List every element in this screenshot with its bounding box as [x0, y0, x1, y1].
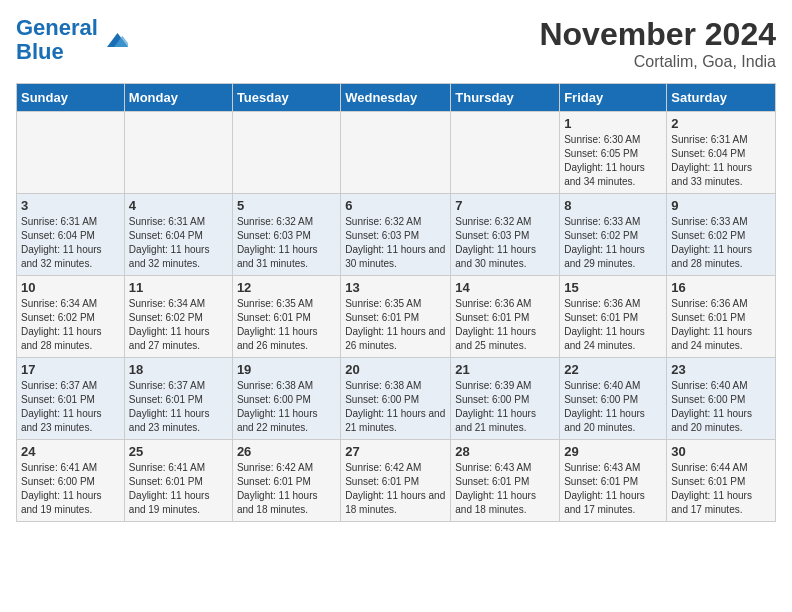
- column-header-wednesday: Wednesday: [341, 84, 451, 112]
- day-number: 23: [671, 362, 771, 377]
- day-number: 20: [345, 362, 446, 377]
- calendar-cell: [124, 112, 232, 194]
- day-number: 9: [671, 198, 771, 213]
- day-info: Sunrise: 6:35 AM Sunset: 6:01 PM Dayligh…: [237, 297, 336, 353]
- day-number: 26: [237, 444, 336, 459]
- calendar-week-1: 1Sunrise: 6:30 AM Sunset: 6:05 PM Daylig…: [17, 112, 776, 194]
- calendar-cell: 2Sunrise: 6:31 AM Sunset: 6:04 PM Daylig…: [667, 112, 776, 194]
- day-number: 10: [21, 280, 120, 295]
- day-info: Sunrise: 6:32 AM Sunset: 6:03 PM Dayligh…: [455, 215, 555, 271]
- day-info: Sunrise: 6:37 AM Sunset: 6:01 PM Dayligh…: [21, 379, 120, 435]
- day-info: Sunrise: 6:43 AM Sunset: 6:01 PM Dayligh…: [564, 461, 662, 517]
- column-header-friday: Friday: [560, 84, 667, 112]
- calendar-cell: 16Sunrise: 6:36 AM Sunset: 6:01 PM Dayli…: [667, 276, 776, 358]
- calendar-cell: 10Sunrise: 6:34 AM Sunset: 6:02 PM Dayli…: [17, 276, 125, 358]
- calendar-cell: 15Sunrise: 6:36 AM Sunset: 6:01 PM Dayli…: [560, 276, 667, 358]
- day-info: Sunrise: 6:33 AM Sunset: 6:02 PM Dayligh…: [564, 215, 662, 271]
- column-header-saturday: Saturday: [667, 84, 776, 112]
- page-title: November 2024: [539, 16, 776, 53]
- day-number: 18: [129, 362, 228, 377]
- day-number: 6: [345, 198, 446, 213]
- calendar-cell: 12Sunrise: 6:35 AM Sunset: 6:01 PM Dayli…: [232, 276, 340, 358]
- calendar-week-2: 3Sunrise: 6:31 AM Sunset: 6:04 PM Daylig…: [17, 194, 776, 276]
- day-number: 7: [455, 198, 555, 213]
- calendar-table: SundayMondayTuesdayWednesdayThursdayFrid…: [16, 83, 776, 522]
- day-number: 13: [345, 280, 446, 295]
- day-number: 12: [237, 280, 336, 295]
- day-info: Sunrise: 6:42 AM Sunset: 6:01 PM Dayligh…: [237, 461, 336, 517]
- calendar-cell: [451, 112, 560, 194]
- logo-icon: [100, 26, 128, 54]
- page-subtitle: Cortalim, Goa, India: [539, 53, 776, 71]
- calendar-cell: 24Sunrise: 6:41 AM Sunset: 6:00 PM Dayli…: [17, 440, 125, 522]
- calendar-cell: 5Sunrise: 6:32 AM Sunset: 6:03 PM Daylig…: [232, 194, 340, 276]
- calendar-cell: 28Sunrise: 6:43 AM Sunset: 6:01 PM Dayli…: [451, 440, 560, 522]
- day-info: Sunrise: 6:31 AM Sunset: 6:04 PM Dayligh…: [129, 215, 228, 271]
- day-number: 5: [237, 198, 336, 213]
- day-number: 24: [21, 444, 120, 459]
- title-block: November 2024 Cortalim, Goa, India: [539, 16, 776, 71]
- calendar-cell: 11Sunrise: 6:34 AM Sunset: 6:02 PM Dayli…: [124, 276, 232, 358]
- calendar-cell: 29Sunrise: 6:43 AM Sunset: 6:01 PM Dayli…: [560, 440, 667, 522]
- calendar-cell: 20Sunrise: 6:38 AM Sunset: 6:00 PM Dayli…: [341, 358, 451, 440]
- calendar-cell: 22Sunrise: 6:40 AM Sunset: 6:00 PM Dayli…: [560, 358, 667, 440]
- header-row: SundayMondayTuesdayWednesdayThursdayFrid…: [17, 84, 776, 112]
- day-info: Sunrise: 6:35 AM Sunset: 6:01 PM Dayligh…: [345, 297, 446, 353]
- day-info: Sunrise: 6:31 AM Sunset: 6:04 PM Dayligh…: [21, 215, 120, 271]
- day-number: 4: [129, 198, 228, 213]
- day-info: Sunrise: 6:36 AM Sunset: 6:01 PM Dayligh…: [455, 297, 555, 353]
- calendar-cell: 18Sunrise: 6:37 AM Sunset: 6:01 PM Dayli…: [124, 358, 232, 440]
- day-info: Sunrise: 6:42 AM Sunset: 6:01 PM Dayligh…: [345, 461, 446, 517]
- calendar-cell: 27Sunrise: 6:42 AM Sunset: 6:01 PM Dayli…: [341, 440, 451, 522]
- day-number: 15: [564, 280, 662, 295]
- day-number: 8: [564, 198, 662, 213]
- calendar-cell: 25Sunrise: 6:41 AM Sunset: 6:01 PM Dayli…: [124, 440, 232, 522]
- day-number: 28: [455, 444, 555, 459]
- calendar-cell: 6Sunrise: 6:32 AM Sunset: 6:03 PM Daylig…: [341, 194, 451, 276]
- logo: General Blue: [16, 16, 128, 64]
- header: General Blue November 2024 Cortalim, Goa…: [16, 16, 776, 71]
- day-number: 17: [21, 362, 120, 377]
- day-info: Sunrise: 6:34 AM Sunset: 6:02 PM Dayligh…: [21, 297, 120, 353]
- calendar-cell: 3Sunrise: 6:31 AM Sunset: 6:04 PM Daylig…: [17, 194, 125, 276]
- day-number: 16: [671, 280, 771, 295]
- calendar-cell: 9Sunrise: 6:33 AM Sunset: 6:02 PM Daylig…: [667, 194, 776, 276]
- calendar-cell: 8Sunrise: 6:33 AM Sunset: 6:02 PM Daylig…: [560, 194, 667, 276]
- day-number: 30: [671, 444, 771, 459]
- calendar-cell: [341, 112, 451, 194]
- column-header-monday: Monday: [124, 84, 232, 112]
- day-info: Sunrise: 6:44 AM Sunset: 6:01 PM Dayligh…: [671, 461, 771, 517]
- day-info: Sunrise: 6:36 AM Sunset: 6:01 PM Dayligh…: [564, 297, 662, 353]
- calendar-cell: 19Sunrise: 6:38 AM Sunset: 6:00 PM Dayli…: [232, 358, 340, 440]
- day-info: Sunrise: 6:41 AM Sunset: 6:01 PM Dayligh…: [129, 461, 228, 517]
- day-info: Sunrise: 6:32 AM Sunset: 6:03 PM Dayligh…: [345, 215, 446, 271]
- day-number: 22: [564, 362, 662, 377]
- day-info: Sunrise: 6:40 AM Sunset: 6:00 PM Dayligh…: [671, 379, 771, 435]
- day-info: Sunrise: 6:43 AM Sunset: 6:01 PM Dayligh…: [455, 461, 555, 517]
- day-info: Sunrise: 6:30 AM Sunset: 6:05 PM Dayligh…: [564, 133, 662, 189]
- day-info: Sunrise: 6:37 AM Sunset: 6:01 PM Dayligh…: [129, 379, 228, 435]
- calendar-cell: 21Sunrise: 6:39 AM Sunset: 6:00 PM Dayli…: [451, 358, 560, 440]
- calendar-cell: 26Sunrise: 6:42 AM Sunset: 6:01 PM Dayli…: [232, 440, 340, 522]
- column-header-thursday: Thursday: [451, 84, 560, 112]
- day-number: 27: [345, 444, 446, 459]
- day-number: 1: [564, 116, 662, 131]
- calendar-cell: 1Sunrise: 6:30 AM Sunset: 6:05 PM Daylig…: [560, 112, 667, 194]
- logo-text: General Blue: [16, 16, 98, 64]
- column-header-sunday: Sunday: [17, 84, 125, 112]
- day-info: Sunrise: 6:32 AM Sunset: 6:03 PM Dayligh…: [237, 215, 336, 271]
- day-number: 29: [564, 444, 662, 459]
- day-number: 19: [237, 362, 336, 377]
- day-info: Sunrise: 6:36 AM Sunset: 6:01 PM Dayligh…: [671, 297, 771, 353]
- calendar-cell: 14Sunrise: 6:36 AM Sunset: 6:01 PM Dayli…: [451, 276, 560, 358]
- day-info: Sunrise: 6:41 AM Sunset: 6:00 PM Dayligh…: [21, 461, 120, 517]
- calendar-cell: 23Sunrise: 6:40 AM Sunset: 6:00 PM Dayli…: [667, 358, 776, 440]
- calendar-cell: 30Sunrise: 6:44 AM Sunset: 6:01 PM Dayli…: [667, 440, 776, 522]
- calendar-week-4: 17Sunrise: 6:37 AM Sunset: 6:01 PM Dayli…: [17, 358, 776, 440]
- calendar-cell: 7Sunrise: 6:32 AM Sunset: 6:03 PM Daylig…: [451, 194, 560, 276]
- calendar-cell: [232, 112, 340, 194]
- calendar-cell: [17, 112, 125, 194]
- day-number: 11: [129, 280, 228, 295]
- day-info: Sunrise: 6:39 AM Sunset: 6:00 PM Dayligh…: [455, 379, 555, 435]
- day-number: 2: [671, 116, 771, 131]
